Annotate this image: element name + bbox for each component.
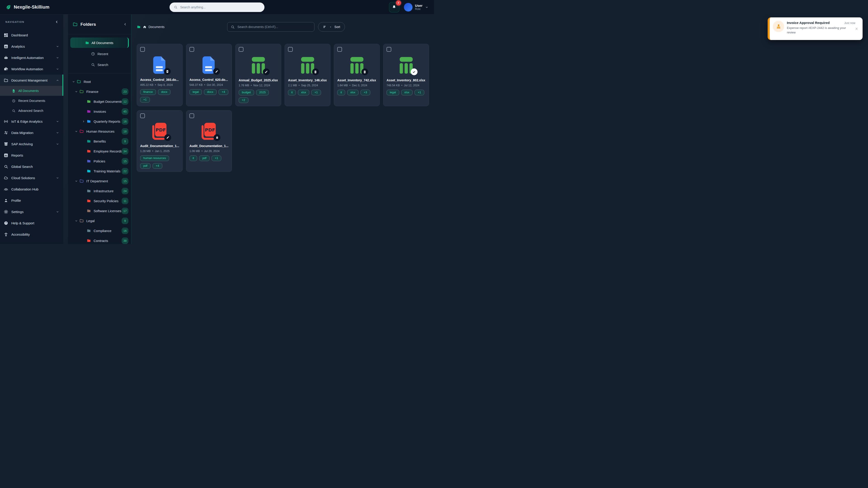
sort-label: Sort <box>334 25 340 29</box>
tree-folder-benefits[interactable]: Benefits 9 <box>68 136 131 146</box>
chevron-down-icon <box>56 67 59 71</box>
sidebar-item-settings[interactable]: Settings <box>0 206 63 217</box>
tree-folder-budget-documents[interactable]: Budget Documents 12 <box>68 96 131 106</box>
sidebar-collapse-button[interactable] <box>55 20 59 24</box>
tree-folder-invoices[interactable]: Invoices 45 <box>68 106 131 116</box>
folder-icon <box>86 109 91 113</box>
folder-count-badge: 38 <box>122 237 128 244</box>
tree-folder-label: Human Resources <box>86 129 122 133</box>
clock-icon <box>12 99 16 103</box>
sidebar-item-document-management[interactable]: Document Management <box>0 74 63 86</box>
document-card[interactable]: PDF Audit_Documentation_1... 1.06 MB•Jul… <box>186 110 232 172</box>
tree-folder-label: Benefits <box>94 139 122 143</box>
sidebar-item-data-migration[interactable]: Data Migration <box>0 127 63 138</box>
tree-folder-root[interactable]: Root <box>68 76 131 87</box>
select-checkbox[interactable] <box>189 47 194 52</box>
document-tag: pdf <box>140 163 151 169</box>
document-search-input[interactable] <box>237 25 311 29</box>
shell: NAVIGATION Dashboard Analytics Intellige… <box>0 14 434 244</box>
document-tag: +4 <box>219 89 228 95</box>
tree-folder-label: Legal <box>86 219 122 223</box>
chevron-down-icon <box>74 219 79 223</box>
folders-collapse-button[interactable] <box>123 22 127 26</box>
document-card[interactable]: Asset_Inventory_802.xlsx 748.54 KB•Jul 1… <box>383 44 429 106</box>
sidebar-item-workflow-automation[interactable]: Workflow Automation <box>0 63 63 74</box>
sidebar-subitem-recent-documents[interactable]: Recent Documents <box>0 96 63 106</box>
document-meta: 495.22 KB•Sep 8, 2024 <box>140 84 179 87</box>
folder-icon <box>86 159 91 163</box>
folders-quick-search[interactable]: Search <box>68 60 131 70</box>
document-card[interactable]: Asset_Inventory_146.xlsx 2.1 MB•Sep 25, … <box>285 44 331 106</box>
folders-quick-all-documents[interactable]: All Documents <box>70 37 129 48</box>
sidebar-subitem-all-documents[interactable]: All Documents <box>0 86 63 96</box>
select-checkbox[interactable] <box>386 47 391 52</box>
folder-icon <box>86 238 91 243</box>
check-badge-icon <box>411 68 417 75</box>
tree-folder-legal[interactable]: Legal 9 <box>68 216 131 226</box>
sidebar-subitem-label: All Documents <box>18 89 39 93</box>
document-name: Access_Control_393.do... <box>140 78 179 82</box>
sort-button[interactable]: Sort <box>318 22 345 32</box>
sidebar-item-dashboard[interactable]: Dashboard <box>0 29 63 41</box>
folder-icon <box>86 169 91 173</box>
folder-icon <box>86 139 91 143</box>
tree-folder-finance[interactable]: Finance 23 <box>68 87 131 96</box>
sidebar-item-analytics[interactable]: Analytics <box>0 41 63 52</box>
sidebar-item-accessibility[interactable]: Accessibility <box>0 229 63 240</box>
sidebar-item-iot-edge-analytics[interactable]: IoT & Edge Analytics <box>0 116 63 127</box>
tree-folder-training-materials[interactable]: Training Materials 22 <box>68 166 131 176</box>
document-card[interactable]: Asset_Inventory_742.xlsx 1.64 MB•Dec 3, … <box>334 44 380 106</box>
tree-folder-label: Contracts <box>94 239 122 242</box>
tree-folder-compliance[interactable]: Compliance 16 <box>68 226 131 236</box>
document-card[interactable]: Annual_Budget_2025.xlsx 1.76 MB•Nov 12, … <box>235 44 281 106</box>
folder-icon <box>86 199 91 203</box>
tree-folder-label: Policies <box>94 159 122 163</box>
sidebar-subitem-advanced-search[interactable]: Advanced Search <box>0 106 63 116</box>
chevron-up-icon <box>56 78 59 82</box>
tree-folder-security-policies[interactable]: Security Policies 11 <box>68 196 131 206</box>
sidebar-item-global-search[interactable]: Global Search <box>0 161 63 172</box>
tree-folder-label: Software Licenses <box>94 209 122 213</box>
tree-folder-quarterly-reports[interactable]: Quarterly Reports 16 <box>68 116 131 126</box>
sidebar-item-label: SAP Archiving <box>11 142 33 146</box>
notifications-button[interactable]: 7 <box>389 2 399 12</box>
tree-folder-it-department[interactable]: IT Department 15 <box>68 176 131 186</box>
folder-count-badge: 22 <box>122 168 128 174</box>
user-menu[interactable]: User Role <box>404 3 429 11</box>
sidebar-item-help-support[interactable]: ? Help & Support <box>0 217 63 229</box>
sidebar-item-intelligent-automation[interactable]: Intelligent Automation <box>0 52 63 63</box>
global-search-input[interactable] <box>180 5 260 9</box>
lock-badge-icon <box>214 134 220 141</box>
select-checkbox[interactable] <box>140 47 145 52</box>
document-card[interactable]: Access_Control_620.do... 548.37 KB•Oct 3… <box>186 44 232 106</box>
select-checkbox[interactable] <box>189 113 194 118</box>
tree-folder-human-resources[interactable]: Human Resources 18 <box>68 126 131 136</box>
clock-icon <box>91 52 95 56</box>
chevron-down-icon <box>56 176 59 180</box>
file-icon <box>12 89 16 93</box>
bell-icon <box>392 5 397 9</box>
breadcrumb[interactable]: Documents <box>137 25 164 29</box>
sidebar-item-label: Collaboration Hub <box>11 187 38 191</box>
tree-folder-software-licenses[interactable]: Software Licenses 17 <box>68 206 131 216</box>
select-checkbox[interactable] <box>288 47 293 52</box>
sidebar-item-reports[interactable]: Reports <box>0 150 63 161</box>
select-checkbox[interactable] <box>337 47 342 52</box>
document-card[interactable]: Access_Control_393.do... 495.22 KB•Sep 8… <box>137 44 183 106</box>
tree-folder-contracts[interactable]: Contracts 38 <box>68 236 131 244</box>
document-tag: +1 <box>140 97 150 103</box>
sidebar-item-cloud-solutions[interactable]: Cloud Solutions <box>0 172 63 184</box>
document-card[interactable]: PDF Audit_Documentation_1... 1.28 MB•Jan… <box>137 110 183 172</box>
document-meta: 1.28 MB•Jan 1, 2025 <box>140 150 179 153</box>
tree-folder-employee-records[interactable]: Employee Records 34 <box>68 146 131 156</box>
sidebar-item-profile[interactable]: Profile <box>0 195 63 206</box>
sidebar-item-collaboration-hub[interactable]: Collaboration Hub <box>0 184 63 195</box>
document-tag: budget <box>239 90 254 95</box>
tree-folder-infrastructure[interactable]: Infrastructure 24 <box>68 186 131 196</box>
document-tag: human resources <box>140 156 169 161</box>
select-checkbox[interactable] <box>140 113 145 118</box>
select-checkbox[interactable] <box>239 47 243 52</box>
tree-folder-policies[interactable]: Policies 15 <box>68 156 131 166</box>
sidebar-item-sap-archiving[interactable]: SAP Archiving <box>0 138 63 150</box>
folders-quick-recent[interactable]: Recent <box>68 49 131 59</box>
